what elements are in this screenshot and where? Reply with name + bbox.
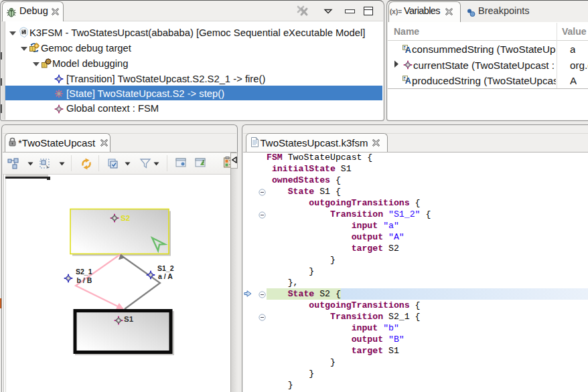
svg-text:A: A: [405, 76, 411, 84]
svg-text:A: A: [405, 45, 411, 54]
